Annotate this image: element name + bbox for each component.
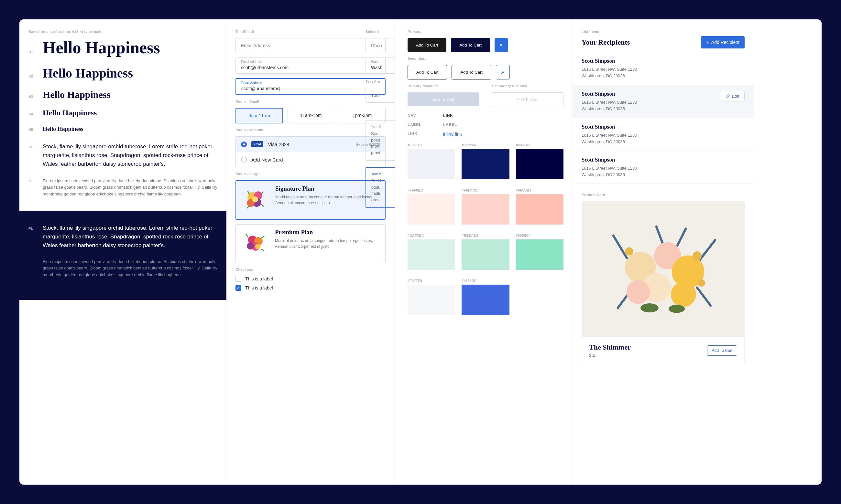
partial-right-column: Selectb Choo State Wash Text Are Your Yo…	[365, 30, 395, 213]
textarea-empty[interactable]: Your	[365, 88, 395, 103]
checkbox-checked-icon: ✓	[236, 285, 241, 291]
radio-visa[interactable]: VISA Visa 2824 Expires 6/2020	[236, 137, 385, 152]
selectbox-label: Selectb	[365, 30, 395, 34]
btn-secondary-1[interactable]: Add To Cart	[408, 65, 447, 79]
swatch-1	[462, 149, 509, 179]
inline-link[interactable]: inline link	[443, 131, 462, 137]
swatch-9	[408, 285, 455, 315]
swatch-2	[516, 149, 564, 179]
swatch-label-1: #0C1966	[462, 143, 509, 147]
recipients-title: Your Recipients	[582, 38, 630, 47]
recipient-name: Scott Simpson	[582, 91, 637, 97]
email-input-focused[interactable]: Email Address scott@urbanstems	[236, 78, 385, 95]
selectbox-float-label: State	[371, 60, 378, 64]
text-email-label: Text/Email	[236, 30, 385, 34]
bouquet-icon	[582, 202, 744, 337]
swatch-label-4: #FFD4CC	[462, 188, 509, 192]
btn-primary-navy[interactable]: Add To Cart	[451, 38, 490, 52]
btn-primary-blue[interactable]: A	[495, 38, 508, 52]
secondary-disabled-label: Secondary disabled	[492, 84, 564, 88]
recipient-addr-line1: 1615 L Street NW, Suite 1230	[582, 66, 637, 73]
h1-sample: Hello Happiness	[43, 38, 160, 57]
svg-rect-10	[595, 202, 731, 337]
textarea-label: Text Are	[365, 79, 395, 83]
plan-signature[interactable]: Signature Plan Morbi ut dolor ac urna co…	[236, 180, 385, 220]
btn-secondary-blue[interactable]: A	[496, 65, 510, 79]
radio-medium-label: Radio - Medium	[236, 128, 385, 132]
plan1-image	[240, 185, 270, 215]
selectbox-empty[interactable]: Choo	[365, 38, 395, 53]
h5-tag: H5	[29, 126, 43, 131]
recipient-name: Scott Simpson	[582, 157, 637, 163]
selectbox-filled[interactable]: State Wash	[365, 57, 395, 74]
forms-panel: Text/Email Email Address Email Address s…	[226, 19, 395, 485]
plan1-desc: Morbi ut dolor ac urna congue rutrum tem…	[275, 194, 381, 206]
buttons-panel: Primary Add To Cart Add To Cart A Second…	[395, 19, 572, 485]
pl-dark-tag: PL	[29, 224, 43, 230]
h3-sample: Hello Happiness	[43, 89, 110, 100]
label-style-label: LABEL	[408, 123, 424, 127]
edit-recipient-button[interactable]: Edit	[720, 91, 744, 102]
recipients-panel: List Items Your Recipients + Add Recipie…	[572, 19, 754, 485]
link-style-label: LINK	[408, 131, 424, 137]
product-card[interactable]: The Shimmer $65 Add To Cart	[582, 201, 744, 364]
textarea-filled[interactable]: Your M Sed i posu molli gravi	[365, 120, 395, 161]
plan2-desc: Morbi ut dolor ac urna congue rutrum tem…	[275, 238, 381, 249]
textarea1-body: Sed i posu molli gravi	[371, 131, 381, 155]
bouquet-icon	[240, 229, 270, 258]
add-recipient-button[interactable]: + Add Recipient	[701, 36, 744, 49]
visa-badge: VISA	[251, 141, 263, 147]
swatch-label-5: #FFC0B3	[516, 188, 564, 192]
swatch-label-2: #000140	[516, 143, 564, 147]
svg-point-21	[669, 305, 685, 313]
recipient-addr-line2: Washington, DC 20036	[582, 73, 637, 79]
dark-typography-block: PL Stock, flame lily singapore orchid tu…	[19, 211, 226, 300]
email-input-filled[interactable]: Email Address scott@urbanstems.com	[236, 57, 385, 74]
checkbox-2[interactable]: ✓ This is a label	[236, 285, 385, 291]
nav-style-label: NAV	[408, 113, 424, 118]
swatch-6	[408, 239, 455, 270]
email-typing-value: scott@urbanstems	[241, 86, 279, 91]
btn-primary-black[interactable]: Add To Cart	[408, 38, 446, 52]
svg-point-19	[698, 280, 705, 287]
email-input-empty[interactable]: Email Address	[236, 38, 385, 53]
radio-small-1[interactable]: 11am-1pm	[288, 108, 334, 123]
radio-small-0[interactable]: 9am-11am	[236, 108, 283, 123]
product-add-to-cart-button[interactable]: Add To Cart	[707, 345, 737, 356]
secondary-label: Secondary	[408, 56, 564, 60]
radio-off-icon	[241, 157, 247, 162]
pencil-icon	[725, 94, 730, 98]
edit-btn-label: Edit	[732, 94, 739, 98]
radio-on-icon	[241, 142, 247, 147]
h5-sample: Hello Happiness	[43, 126, 83, 132]
link-style-value: LINK	[443, 113, 459, 118]
p-tag: P	[29, 177, 43, 183]
h4-tag: H4	[29, 110, 43, 116]
checkbox-1[interactable]: This is a label	[236, 276, 385, 282]
pl-tag: PL	[29, 143, 43, 149]
swatch-0	[408, 149, 455, 179]
recipient-addr-line1: 1615 L Street NW, Suite 1230	[582, 132, 637, 139]
plus-icon: +	[706, 39, 709, 45]
btn-secondary-2[interactable]: Add To Cart	[451, 65, 491, 79]
plan-premium[interactable]: Premium Plan Morbi ut dolor ac urna cong…	[236, 224, 385, 263]
email-filled-value: scott@urbanstems.com	[241, 65, 289, 70]
textarea-focused[interactable]: Your M Sed i posu molli gravi	[365, 167, 395, 208]
email-focus-label: Email Address	[241, 81, 262, 85]
svg-point-16	[627, 281, 650, 304]
textarea2-float-label: Your M	[371, 172, 390, 176]
recipient-item-0[interactable]: Scott Simpson 1615 L Street NW, Suite 12…	[572, 52, 754, 85]
recipient-addr-line2: Washington, DC 20036	[582, 172, 637, 178]
recipient-item-3[interactable]: Scott Simpson 1615 L Street NW, Suite 12…	[572, 151, 754, 184]
recipient-item-2[interactable]: Scott Simpson 1615 L Street NW, Suite 12…	[572, 118, 754, 151]
textarea2-body: Sed i posu molli gravi	[371, 178, 381, 202]
primary-label: Primary	[408, 30, 564, 34]
swatch-label-9: #F6F7F9	[408, 279, 455, 283]
h4-sample: Hello Happiness	[43, 109, 97, 117]
pl-sample: Stock, flame lily singapore orchid tuber…	[43, 142, 217, 169]
recipient-addr-line1: 1615 L Street NW, Suite 1230	[582, 165, 637, 172]
plan2-image	[240, 229, 270, 258]
recipient-item-1[interactable]: Scott Simpson 1615 L Street NW, Suite 12…	[572, 85, 754, 118]
radio-small-label: Radio - Small	[236, 100, 385, 103]
radio-add-card[interactable]: Add New Card	[236, 152, 385, 167]
